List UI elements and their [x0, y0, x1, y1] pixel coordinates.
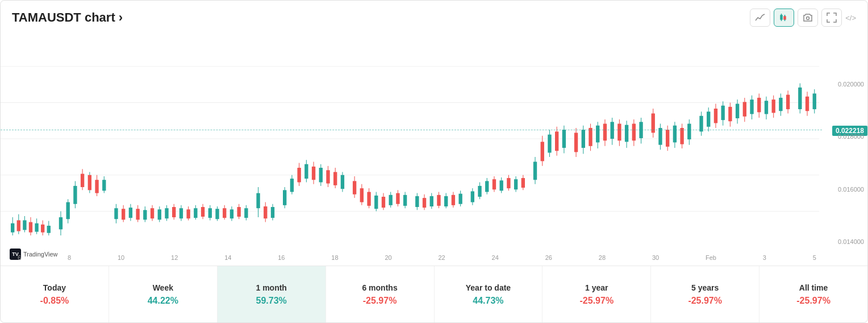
svg-rect-125	[437, 195, 440, 206]
svg-rect-143	[507, 178, 510, 188]
svg-rect-3	[784, 16, 786, 19]
svg-rect-79	[256, 193, 260, 209]
svg-rect-215	[786, 95, 790, 109]
svg-rect-113	[389, 195, 393, 205]
svg-rect-51	[151, 208, 154, 218]
svg-rect-0	[781, 15, 782, 19]
x-label-feb: Feb	[706, 254, 716, 261]
svg-rect-29	[66, 202, 70, 220]
svg-point-6	[807, 17, 809, 20]
svg-rect-15	[17, 220, 20, 231]
x-label-6: 6	[18, 254, 21, 261]
time-range-week-value: 44.22%	[148, 296, 178, 306]
svg-rect-221	[813, 93, 816, 109]
x-label-3: 3	[763, 254, 766, 261]
time-range-week[interactable]: Week 44.22%	[109, 266, 218, 322]
svg-rect-137	[485, 181, 489, 192]
svg-rect-219	[806, 97, 809, 111]
svg-rect-163	[589, 128, 592, 146]
svg-rect-129	[452, 195, 455, 205]
svg-rect-209	[765, 101, 768, 114]
svg-rect-25	[47, 226, 51, 233]
svg-rect-181	[658, 128, 662, 145]
time-range-5years[interactable]: 5 years -25.97%	[651, 266, 760, 322]
line-chart-button[interactable]	[750, 9, 770, 27]
svg-rect-117	[403, 195, 407, 206]
time-range-ytd[interactable]: Year to date 44.73%	[435, 266, 543, 322]
x-axis: 6 8 10 12 14 16 18 20 22 24 26 28 30 Feb…	[18, 254, 816, 261]
x-label-12: 12	[171, 254, 178, 261]
svg-rect-173	[625, 125, 628, 142]
x-label-26: 26	[545, 254, 552, 261]
x-label-5: 5	[813, 254, 816, 261]
candle-chart-button[interactable]	[774, 9, 794, 27]
svg-rect-145	[514, 179, 518, 189]
svg-rect-75	[237, 207, 240, 217]
svg-rect-135	[478, 186, 481, 197]
y-label-014000: 0.014000	[823, 238, 864, 245]
svg-rect-183	[666, 130, 669, 147]
svg-rect-211	[772, 100, 775, 113]
svg-rect-141	[500, 180, 503, 191]
time-range-ytd-label: Year to date	[466, 283, 511, 292]
x-label-14: 14	[224, 254, 231, 261]
chart-title[interactable]: TAMAUSDT chart ›	[12, 10, 123, 25]
svg-rect-159	[574, 132, 578, 152]
svg-rect-115	[396, 193, 399, 204]
svg-rect-203	[743, 102, 746, 116]
camera-button[interactable]	[798, 9, 818, 27]
svg-rect-105	[360, 188, 364, 202]
svg-rect-33	[81, 174, 84, 187]
svg-rect-55	[165, 208, 168, 218]
svg-rect-65	[201, 207, 205, 217]
svg-rect-87	[290, 179, 294, 192]
svg-rect-201	[736, 104, 739, 118]
svg-rect-119	[415, 196, 419, 207]
svg-rect-123	[430, 196, 433, 206]
time-range-1month-label: 1 month	[256, 283, 286, 292]
x-label-16: 16	[278, 254, 285, 261]
x-label-20: 20	[385, 254, 391, 261]
svg-rect-155	[555, 131, 558, 151]
svg-rect-103	[353, 181, 356, 194]
svg-rect-91	[304, 164, 308, 179]
time-range-1year[interactable]: 1 year -25.97%	[542, 266, 651, 322]
svg-rect-99	[333, 172, 337, 185]
price-reference-line	[1, 130, 822, 130]
fullscreen-button[interactable]	[821, 9, 842, 27]
time-range-alltime-value: -25.97%	[796, 296, 831, 306]
x-label-28: 28	[599, 254, 606, 261]
time-range-6months[interactable]: 6 months -25.97%	[326, 266, 435, 322]
svg-rect-27	[59, 217, 62, 229]
time-range-today[interactable]: Today -0.85%	[1, 266, 109, 322]
svg-rect-217	[798, 88, 802, 109]
svg-rect-175	[632, 124, 636, 141]
time-range-1year-value: -25.97%	[580, 296, 614, 306]
svg-rect-93	[312, 167, 315, 180]
time-range-alltime[interactable]: All time -25.97%	[760, 266, 867, 322]
svg-rect-151	[541, 142, 544, 161]
x-label-22: 22	[439, 254, 445, 261]
chart-area[interactable]: 0.022218	[1, 30, 867, 266]
time-range-1month-value: 59.73%	[256, 296, 287, 306]
svg-rect-31	[73, 186, 77, 204]
svg-rect-23	[41, 225, 44, 233]
embed-icon[interactable]: </>	[845, 14, 856, 22]
svg-rect-19	[29, 222, 32, 233]
svg-rect-149	[533, 162, 537, 180]
svg-rect-207	[757, 98, 761, 112]
y-label-016000: 0.016000	[823, 186, 864, 193]
x-label-30: 30	[652, 254, 659, 261]
x-label-10: 10	[118, 254, 124, 261]
svg-rect-147	[521, 178, 525, 188]
y-axis: 0.020000 0.018000 0.016000 0.014000	[821, 30, 866, 250]
svg-rect-109	[374, 196, 378, 209]
svg-rect-199	[728, 107, 732, 121]
svg-rect-45	[129, 208, 132, 218]
svg-rect-21	[35, 223, 38, 232]
svg-rect-167	[603, 124, 607, 141]
time-range-1month[interactable]: 1 month 59.73%	[218, 266, 326, 322]
svg-rect-107	[367, 192, 370, 205]
svg-rect-59	[180, 208, 183, 218]
svg-rect-37	[95, 180, 98, 193]
